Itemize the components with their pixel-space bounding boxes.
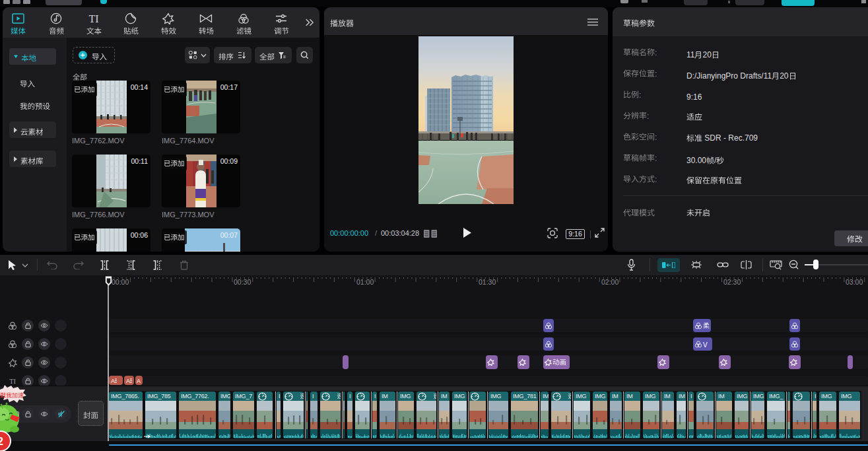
svg-text:A: A	[111, 378, 115, 384]
svg-text:TI: TI	[88, 13, 98, 24]
svg-text:TI: TI	[9, 378, 16, 385]
svg-text:A: A	[126, 378, 130, 384]
svg-text:2: 2	[0, 436, 3, 447]
svg-text:A: A	[137, 378, 141, 384]
